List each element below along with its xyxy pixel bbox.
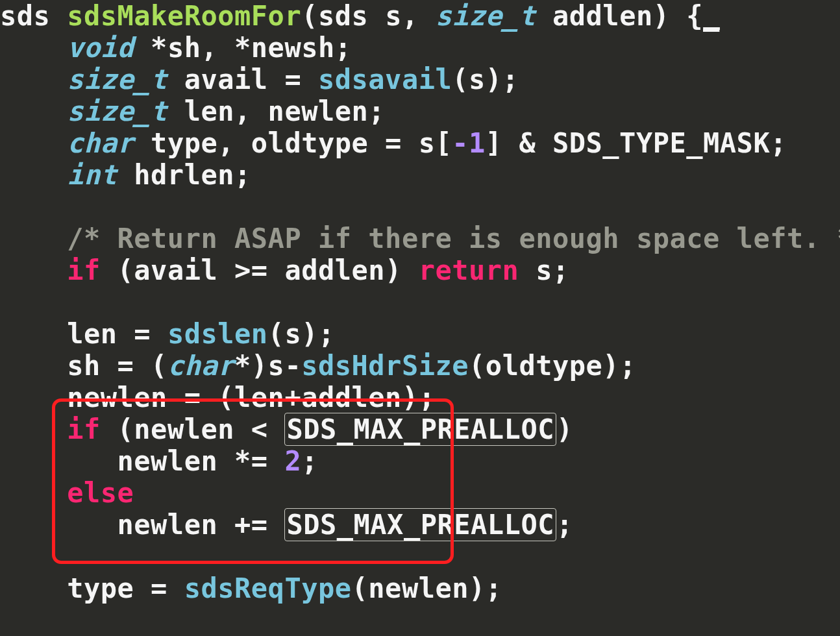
code-line: sds sdsMakeRoomFor(sds s, size_t addlen)…: [0, 0, 720, 32]
code-line: int hdrlen;: [0, 159, 251, 191]
code-line: newlen *= 2;: [0, 445, 318, 477]
code-line: /* Return ASAP if there is enough space …: [0, 223, 840, 254]
code-comment: /* Return ASAP if there is enough space …: [67, 223, 840, 254]
code-line: sh = (char*)s-sdsHdrSize(oldtype);: [0, 350, 636, 382]
code-line: size_t len, newlen;: [0, 95, 385, 127]
code-line: newlen += SDS_MAX_PREALLOC;: [0, 508, 573, 541]
code-line: [0, 541, 17, 572]
code-line: type = sdsReqType(newlen);: [0, 572, 502, 604]
boxed-constant: SDS_MAX_PREALLOC: [284, 413, 556, 446]
code-line: len = sdslen(s);: [0, 318, 335, 350]
code-line: newlen = (len+addlen);: [0, 382, 435, 413]
code-editor-content: sds sdsMakeRoomFor(sds s, size_t addlen)…: [0, 0, 840, 604]
code-line: void *sh, *newsh;: [0, 32, 352, 64]
code-line: char type, oldtype = s[-1] & SDS_TYPE_MA…: [0, 127, 787, 159]
boxed-constant: SDS_MAX_PREALLOC: [284, 508, 556, 541]
code-line: [0, 191, 17, 223]
code-line: if (avail >= addlen) return s;: [0, 254, 569, 286]
code-line: if (newlen < SDS_MAX_PREALLOC): [0, 413, 573, 446]
code-line: [0, 286, 17, 318]
code-line: size_t avail = sdsavail(s);: [0, 64, 519, 95]
code-line: else: [0, 477, 134, 509]
